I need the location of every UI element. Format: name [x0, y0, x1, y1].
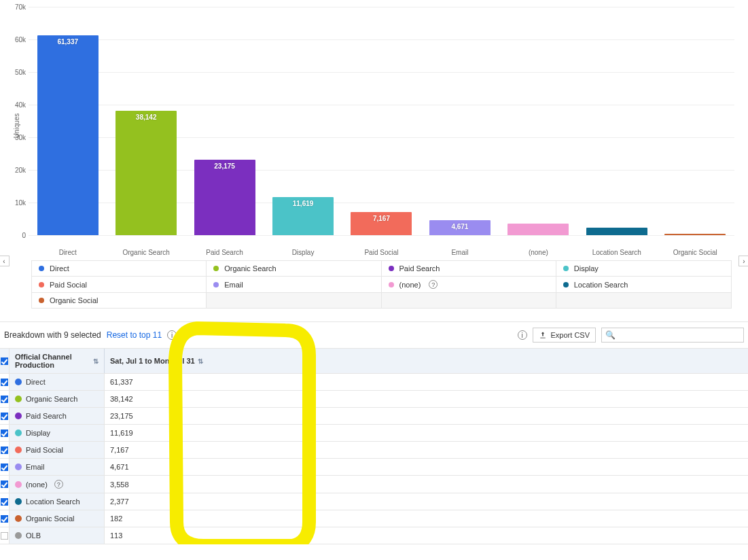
row-name-cell[interactable]: Location Search — [10, 493, 105, 510]
search-box: 🔍 — [601, 328, 744, 343]
bar — [586, 228, 647, 235]
help-icon[interactable]: ? — [54, 480, 63, 489]
legend-color-dot — [39, 266, 44, 271]
row-checkbox[interactable] — [0, 476, 10, 493]
legend-label: Organic Search — [224, 264, 276, 273]
bar-direct[interactable]: 61,337 — [29, 35, 107, 235]
legend-color-dot — [389, 266, 394, 271]
row-name-cell[interactable]: (none)? — [10, 476, 105, 493]
y-tick-label: 0 — [10, 232, 26, 239]
legend-item-paid-search[interactable]: Paid Search — [382, 261, 556, 277]
legend-color-dot — [213, 266, 219, 271]
row-name-label: (none) — [26, 480, 48, 489]
legend-empty — [556, 293, 731, 309]
row-color-dot — [15, 498, 22, 505]
legend-item-paid-social[interactable]: Paid Social — [32, 277, 207, 293]
row-checkbox[interactable] — [0, 442, 10, 458]
row-value-cell: 113 — [105, 527, 748, 544]
x-tick-label: Direct — [29, 246, 107, 256]
row-value-cell: 61,337 — [105, 374, 748, 390]
row-name-cell[interactable]: OLB — [10, 527, 105, 544]
bar-paid-social[interactable]: 7,167 — [342, 212, 421, 235]
row-checkbox[interactable] — [0, 391, 10, 407]
y-tick-label: 30k — [10, 134, 26, 141]
x-tick-label: (none) — [499, 246, 577, 256]
breakdown-title: Breakdown with 9 selected — [4, 330, 101, 340]
row-color-dot — [15, 463, 22, 470]
row-checkbox[interactable] — [0, 425, 10, 441]
x-tick-label: Display — [264, 246, 342, 256]
row-name-label: Direct — [26, 378, 46, 386]
table-row: Paid Search23,175 — [0, 408, 748, 425]
row-name-cell[interactable]: Direct — [10, 374, 105, 390]
legend-label: Paid Social — [50, 281, 87, 289]
row-checkbox[interactable] — [0, 527, 10, 544]
legend-label: Paid Search — [399, 264, 440, 273]
bar--none-[interactable] — [499, 224, 577, 235]
row-name-label: OLB — [26, 531, 41, 540]
row-name-cell[interactable]: Display — [10, 425, 105, 441]
row-value-cell: 3,558 — [105, 476, 748, 493]
chart-legend: DirectOrganic SearchPaid SearchDisplayPa… — [31, 260, 732, 309]
export-label: Export CSV — [551, 331, 590, 339]
info-icon[interactable]: i — [167, 330, 177, 340]
bar-value-label: 7,167 — [351, 215, 412, 222]
y-tick-label: 60k — [10, 36, 26, 43]
legend-color-dot — [563, 266, 569, 271]
bar: 23,175 — [194, 160, 255, 235]
table-row: Paid Social7,167 — [0, 442, 748, 459]
bar-organic-search[interactable]: 38,142 — [107, 111, 185, 235]
bar-organic-social[interactable] — [656, 234, 734, 235]
row-color-dot — [15, 396, 22, 402]
bar-paid-search[interactable]: 23,175 — [185, 160, 264, 235]
export-icon — [539, 331, 547, 339]
row-name-cell[interactable]: Paid Social — [10, 442, 105, 458]
bar — [507, 224, 569, 235]
legend-item-organic-social[interactable]: Organic Social — [32, 293, 207, 309]
search-icon: 🔍 — [605, 330, 616, 340]
x-tick-label: Email — [421, 246, 499, 256]
row-checkbox[interactable] — [0, 459, 10, 475]
select-all-checkbox[interactable] — [0, 349, 10, 373]
y-tick-label: 20k — [10, 167, 26, 174]
row-color-dot — [15, 379, 22, 385]
legend-color-dot — [563, 282, 569, 287]
legend-label: Organic Social — [50, 296, 99, 304]
row-name-cell[interactable]: Organic Social — [10, 510, 105, 527]
chart-prev-button[interactable]: ‹ — [0, 256, 10, 266]
table-row: (none)?3,558 — [0, 476, 748, 493]
legend-item--none-[interactable]: (none)? — [382, 277, 556, 293]
row-name-label: Display — [26, 429, 50, 437]
column-header-period[interactable]: Sat, Jul 1 to Mon, Jul 31 ⇅ — [105, 349, 748, 373]
y-tick-label: 70k — [10, 3, 26, 11]
chart-next-button[interactable]: › — [738, 256, 748, 266]
bar-email[interactable]: 4,671 — [421, 220, 499, 235]
info-icon[interactable]: i — [518, 330, 527, 340]
legend-item-email[interactable]: Email — [207, 277, 381, 293]
bar-display[interactable]: 11,619 — [264, 197, 342, 235]
row-value-cell: 182 — [105, 510, 748, 527]
row-name-label: Paid Search — [26, 412, 67, 420]
row-color-dot — [15, 430, 22, 436]
column-header-channel[interactable]: Official Channel Production ⇅ — [10, 349, 105, 373]
reset-link[interactable]: Reset to top 11 — [107, 330, 162, 340]
legend-item-organic-search[interactable]: Organic Search — [207, 261, 381, 277]
legend-item-display[interactable]: Display — [556, 261, 731, 277]
table-row: Location Search2,377 — [0, 493, 748, 510]
legend-item-direct[interactable]: Direct — [32, 261, 207, 277]
table-row: Organic Search38,142 — [0, 391, 748, 408]
search-input[interactable] — [601, 328, 744, 343]
row-value-cell: 11,619 — [105, 425, 748, 441]
bar-location-search[interactable] — [577, 228, 656, 235]
x-tick-label: Location Search — [577, 246, 656, 256]
row-checkbox[interactable] — [0, 510, 10, 527]
row-checkbox[interactable] — [0, 408, 10, 424]
row-name-cell[interactable]: Email — [10, 459, 105, 475]
export-csv-button[interactable]: Export CSV — [533, 328, 596, 343]
row-checkbox[interactable] — [0, 374, 10, 390]
row-name-cell[interactable]: Organic Search — [10, 391, 105, 407]
help-icon[interactable]: ? — [429, 280, 438, 289]
row-checkbox[interactable] — [0, 493, 10, 510]
row-name-cell[interactable]: Paid Search — [10, 408, 105, 424]
legend-item-location-search[interactable]: Location Search — [556, 277, 731, 293]
